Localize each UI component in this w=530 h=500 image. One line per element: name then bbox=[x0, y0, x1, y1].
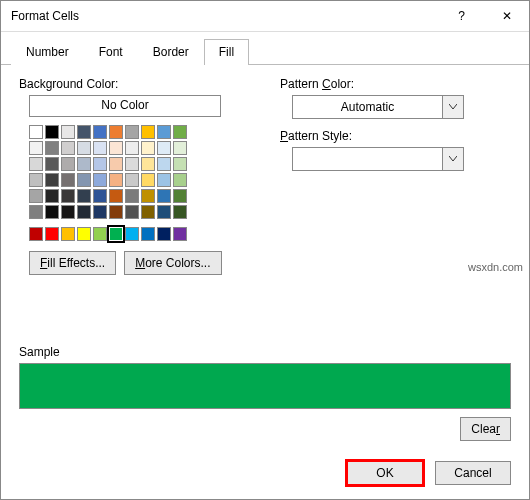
cancel-button[interactable]: Cancel bbox=[435, 461, 511, 485]
right-column: Pattern Color: Automatic Pattern Style: bbox=[280, 77, 511, 341]
color-swatch[interactable] bbox=[77, 227, 91, 241]
chevron-down-icon bbox=[442, 148, 463, 170]
color-swatch[interactable] bbox=[77, 189, 91, 203]
color-swatch[interactable] bbox=[29, 157, 43, 171]
color-swatch[interactable] bbox=[141, 173, 155, 187]
color-swatch[interactable] bbox=[173, 205, 187, 219]
chevron-down-icon bbox=[442, 96, 463, 118]
color-swatch[interactable] bbox=[93, 141, 107, 155]
no-color-button[interactable]: No Color bbox=[29, 95, 221, 117]
close-button[interactable]: ✕ bbox=[484, 1, 529, 31]
color-swatch[interactable] bbox=[93, 173, 107, 187]
color-swatch[interactable] bbox=[45, 157, 59, 171]
color-swatch[interactable] bbox=[61, 205, 75, 219]
color-swatch[interactable] bbox=[77, 125, 91, 139]
color-swatch[interactable] bbox=[45, 141, 59, 155]
color-swatch[interactable] bbox=[61, 189, 75, 203]
color-swatch[interactable] bbox=[157, 157, 171, 171]
color-swatch[interactable] bbox=[29, 205, 43, 219]
color-swatch[interactable] bbox=[125, 157, 139, 171]
color-swatch[interactable] bbox=[173, 173, 187, 187]
color-swatch[interactable] bbox=[109, 205, 123, 219]
left-column: Background Color: No Color Fill Effects.… bbox=[19, 77, 250, 341]
color-swatch[interactable] bbox=[173, 125, 187, 139]
color-swatch[interactable] bbox=[61, 141, 75, 155]
color-swatch[interactable] bbox=[109, 227, 123, 241]
color-swatch[interactable] bbox=[29, 125, 43, 139]
format-cells-dialog: Format Cells ? ✕ NumberFontBorderFill Ba… bbox=[0, 0, 530, 500]
color-swatch[interactable] bbox=[109, 189, 123, 203]
tab-border[interactable]: Border bbox=[138, 39, 204, 65]
color-swatch[interactable] bbox=[29, 189, 43, 203]
window-title: Format Cells bbox=[11, 9, 439, 23]
sample-preview bbox=[19, 363, 511, 409]
color-swatch[interactable] bbox=[61, 173, 75, 187]
fill-effects-button[interactable]: Fill Effects... bbox=[29, 251, 116, 275]
color-swatch[interactable] bbox=[173, 141, 187, 155]
color-swatch[interactable] bbox=[29, 173, 43, 187]
color-swatch[interactable] bbox=[125, 227, 139, 241]
color-swatch[interactable] bbox=[93, 205, 107, 219]
color-swatch[interactable] bbox=[173, 227, 187, 241]
color-swatch[interactable] bbox=[29, 141, 43, 155]
sample-label: Sample bbox=[19, 345, 511, 359]
color-swatch[interactable] bbox=[125, 125, 139, 139]
color-swatch[interactable] bbox=[141, 189, 155, 203]
color-swatch[interactable] bbox=[141, 205, 155, 219]
pattern-style-label: Pattern Style: bbox=[280, 129, 511, 143]
color-swatch[interactable] bbox=[61, 157, 75, 171]
color-swatch[interactable] bbox=[93, 189, 107, 203]
background-color-label: Background Color: bbox=[19, 77, 250, 91]
standard-color-row bbox=[19, 227, 250, 241]
ok-button[interactable]: OK bbox=[347, 461, 423, 485]
help-button[interactable]: ? bbox=[439, 1, 484, 31]
color-swatch[interactable] bbox=[141, 125, 155, 139]
color-swatch[interactable] bbox=[45, 205, 59, 219]
titlebar: Format Cells ? ✕ bbox=[1, 1, 529, 32]
color-swatch[interactable] bbox=[125, 141, 139, 155]
color-swatch[interactable] bbox=[173, 189, 187, 203]
help-icon: ? bbox=[458, 9, 465, 23]
color-swatch[interactable] bbox=[141, 157, 155, 171]
color-swatch[interactable] bbox=[45, 125, 59, 139]
theme-color-grid bbox=[19, 125, 250, 219]
color-swatch[interactable] bbox=[61, 227, 75, 241]
color-swatch[interactable] bbox=[93, 227, 107, 241]
color-swatch[interactable] bbox=[157, 205, 171, 219]
color-swatch[interactable] bbox=[93, 157, 107, 171]
watermark: wsxdn.com bbox=[468, 261, 523, 273]
color-swatch[interactable] bbox=[125, 189, 139, 203]
color-swatch[interactable] bbox=[157, 125, 171, 139]
tab-fill[interactable]: Fill bbox=[204, 39, 249, 65]
tab-font[interactable]: Font bbox=[84, 39, 138, 65]
color-swatch[interactable] bbox=[157, 227, 171, 241]
color-swatch[interactable] bbox=[77, 141, 91, 155]
tab-number[interactable]: Number bbox=[11, 39, 84, 65]
pattern-style-dropdown[interactable] bbox=[292, 147, 464, 171]
clear-button[interactable]: Clear bbox=[460, 417, 511, 441]
more-colors-button[interactable]: More Colors... bbox=[124, 251, 221, 275]
color-swatch[interactable] bbox=[157, 189, 171, 203]
color-swatch[interactable] bbox=[77, 173, 91, 187]
color-swatch[interactable] bbox=[109, 141, 123, 155]
color-swatch[interactable] bbox=[157, 141, 171, 155]
color-swatch[interactable] bbox=[77, 157, 91, 171]
color-swatch[interactable] bbox=[61, 125, 75, 139]
dialog-footer: OK Cancel bbox=[1, 451, 529, 499]
color-swatch[interactable] bbox=[157, 173, 171, 187]
color-swatch[interactable] bbox=[109, 173, 123, 187]
color-swatch[interactable] bbox=[109, 125, 123, 139]
pattern-color-dropdown[interactable]: Automatic bbox=[292, 95, 464, 119]
color-swatch[interactable] bbox=[45, 189, 59, 203]
color-swatch[interactable] bbox=[125, 205, 139, 219]
color-swatch[interactable] bbox=[141, 227, 155, 241]
color-swatch[interactable] bbox=[173, 157, 187, 171]
color-swatch[interactable] bbox=[45, 173, 59, 187]
color-swatch[interactable] bbox=[109, 157, 123, 171]
color-swatch[interactable] bbox=[93, 125, 107, 139]
color-swatch[interactable] bbox=[141, 141, 155, 155]
color-swatch[interactable] bbox=[77, 205, 91, 219]
color-swatch[interactable] bbox=[45, 227, 59, 241]
color-swatch[interactable] bbox=[125, 173, 139, 187]
color-swatch[interactable] bbox=[29, 227, 43, 241]
